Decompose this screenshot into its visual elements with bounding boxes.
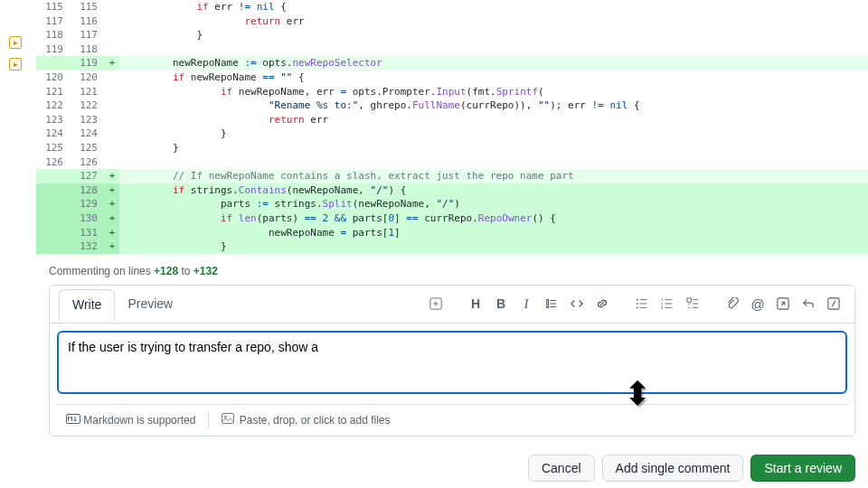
old-line-number (36, 239, 71, 254)
old-line-number: 121 (36, 85, 71, 99)
svg-point-12 (225, 416, 227, 418)
diff-marker (105, 85, 119, 99)
new-line-number: 122 (71, 99, 105, 113)
code-line[interactable]: 131+ newRepoName = parts[1] (36, 226, 868, 240)
code-content (119, 155, 868, 170)
diff-marker: + (105, 183, 119, 198)
attach-hint[interactable]: Paste, drop, or click to add files (222, 413, 390, 427)
ul-icon[interactable] (630, 292, 654, 315)
code-content: // If newRepoName contains a slash, extr… (119, 169, 868, 183)
old-line-number: 124 (36, 127, 71, 141)
code-content: if len(parts) == 2 && parts[0] == currRe… (119, 211, 868, 226)
new-line-number: 121 (71, 85, 105, 99)
image-icon (222, 413, 236, 424)
diff-view: 115115 if err != nil {117116 return err1… (36, 0, 868, 488)
code-content: } (119, 239, 868, 254)
italic-icon[interactable]: I (514, 292, 538, 315)
old-line-number: 117 (36, 14, 71, 29)
diff-marker (105, 42, 119, 57)
diff-marker (105, 113, 119, 127)
new-line-number: 118 (71, 42, 105, 57)
saved-replies-icon[interactable] (797, 292, 820, 315)
code-line[interactable]: 117116 return err (36, 14, 868, 29)
attach-icon[interactable] (721, 292, 744, 315)
format-toolbar: H B I 123 @ (424, 292, 845, 315)
tab-write[interactable]: Write (59, 289, 115, 320)
cancel-button[interactable]: Cancel (528, 455, 595, 482)
diff-marker: + (105, 169, 119, 183)
quote-icon[interactable] (540, 292, 563, 315)
crossref-icon[interactable] (771, 292, 795, 315)
code-line[interactable]: 119118 (36, 42, 868, 57)
new-line-number: 131 (71, 226, 105, 240)
code-line[interactable]: 115115 if err != nil { (36, 0, 868, 14)
code-line[interactable]: 123123 return err (36, 113, 868, 127)
old-line-number (36, 197, 71, 211)
comment-textarea[interactable] (57, 331, 847, 394)
heading-icon[interactable]: H (464, 292, 487, 315)
diff-marker (105, 155, 119, 170)
code-line[interactable]: 129+ parts := strings.Split(newRepoName,… (36, 197, 868, 211)
svg-point-1 (637, 299, 638, 301)
expand-marker-icon[interactable]: ▸ (9, 36, 22, 49)
new-line-number: 120 (71, 70, 105, 85)
mention-icon[interactable]: @ (746, 292, 769, 315)
diff-marker (105, 14, 119, 29)
code-line[interactable]: 128+ if strings.Contains(newRepoName, "/… (36, 183, 868, 198)
diff-marker: + (105, 211, 119, 226)
ol-icon[interactable]: 123 (656, 292, 679, 315)
code-content: newRepoName := opts.newRepoSelector (119, 56, 868, 70)
new-line-number: 127 (71, 169, 105, 183)
code-line[interactable]: 122122 "Rename %s to:", ghrepo.FullName(… (36, 99, 868, 113)
code-line[interactable]: 121121 if newRepoName, err = opts.Prompt… (36, 85, 868, 99)
code-content: if strings.Contains(newRepoName, "/") { (119, 183, 868, 198)
old-line-number (36, 183, 71, 198)
code-content: if err != nil { (119, 0, 868, 14)
code-line[interactable]: 126126 (36, 155, 868, 170)
tab-preview[interactable]: Preview (115, 289, 185, 319)
add-single-comment-button[interactable]: Add single comment (602, 455, 744, 482)
old-line-number: 123 (36, 113, 71, 127)
code-line[interactable]: 124124 } (36, 127, 868, 141)
code-content: "Rename %s to:", ghrepo.FullName(currRep… (119, 99, 868, 113)
diff-marker (105, 127, 119, 141)
link-icon[interactable] (590, 292, 614, 315)
code-icon[interactable] (565, 292, 589, 315)
diff-marker (105, 28, 119, 42)
svg-rect-7 (687, 298, 691, 302)
markdown-hint[interactable]: Markdown is supported (66, 414, 195, 427)
code-content: } (119, 127, 868, 141)
code-line[interactable]: 118117 } (36, 28, 868, 42)
code-line[interactable]: 127+ // If newRepoName contains a slash,… (36, 169, 868, 183)
old-line-number (36, 56, 71, 70)
new-line-number: 115 (71, 0, 105, 14)
code-content: return err (119, 113, 868, 127)
old-line-number: 120 (36, 70, 71, 85)
diff-marker: + (105, 239, 119, 254)
code-line[interactable]: 132+ } (36, 239, 868, 254)
code-content: } (119, 141, 868, 155)
svg-text:3: 3 (661, 305, 664, 310)
code-content (119, 42, 868, 57)
new-line-number: 132 (71, 239, 105, 254)
code-line[interactable]: 130+ if len(parts) == 2 && parts[0] == c… (36, 211, 868, 226)
suggestion-icon[interactable] (424, 292, 448, 315)
start-review-button[interactable]: Start a review (750, 455, 855, 482)
expand-marker-icon[interactable]: ▸ (9, 58, 22, 70)
code-line[interactable]: 120120 if newRepoName == "" { (36, 70, 868, 85)
code-line[interactable]: 119+ newRepoName := opts.newRepoSelector (36, 56, 868, 70)
diff-marker (105, 0, 119, 14)
new-line-number: 124 (71, 127, 105, 141)
code-content: newRepoName = parts[1] (119, 226, 868, 240)
bold-icon[interactable]: B (489, 292, 513, 315)
tabbar: Write Preview H B I 123 (50, 286, 854, 324)
diff-marker (105, 99, 119, 113)
comment-actions: Cancel Add single comment Start a review (36, 446, 868, 488)
tasklist-icon[interactable] (681, 292, 704, 315)
slash-icon[interactable] (822, 292, 845, 315)
code-line[interactable]: 125125 } (36, 141, 868, 155)
comment-range-label: Commenting on lines +128 to +132 (49, 259, 855, 283)
old-line-number (36, 169, 71, 183)
old-line-number: 122 (36, 99, 71, 113)
comment-composer: Write Preview H B I 123 (49, 285, 855, 436)
